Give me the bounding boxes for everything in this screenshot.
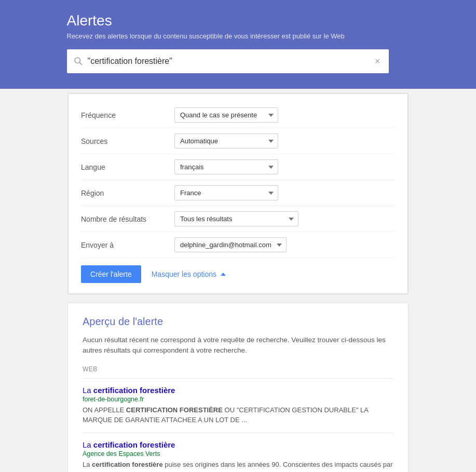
chevron-up-icon — [221, 273, 226, 276]
preview-panel: Aperçu de l'alerte Aucun résultat récent… — [67, 303, 409, 472]
sources-select[interactable]: Automatique Web Actualités Blogs — [174, 133, 278, 149]
svg-line-1 — [79, 62, 81, 64]
options-panel: Fréquence Quand le cas se présente Une f… — [68, 93, 408, 294]
result-item: La certification forestière Agence des E… — [83, 433, 393, 473]
page-body: Fréquence Quand le cas se présente Une f… — [0, 93, 476, 472]
nombre-label: Nombre de résultats — [81, 215, 174, 223]
hide-options-button[interactable]: Masquer les options — [152, 270, 226, 278]
preview-description: Aucun résultat récent ne correspond à vo… — [83, 335, 393, 356]
result-snippet: La certification forestière puise ses or… — [83, 460, 393, 473]
page-title: Alertes — [67, 12, 410, 29]
nombre-select[interactable]: Tous les résultats Uniquement les meille… — [174, 211, 298, 226]
search-icon — [73, 56, 83, 67]
options-card: Fréquence Quand le cas se présente Une f… — [67, 93, 409, 294]
result-snippet: ON APPELLE CERTIFICATION FORESTIÈRE OU "… — [83, 405, 393, 425]
result-item: La certification forestière foret-de-bou… — [83, 378, 393, 433]
nombre-row: Nombre de résultats Tous les résultats U… — [81, 206, 395, 232]
header: Alertes Recevez des alertes lorsque du c… — [0, 0, 476, 89]
langue-row: Langue français anglais allemand — [81, 154, 395, 180]
sources-row: Sources Automatique Web Actualités Blogs — [81, 128, 395, 154]
langue-select[interactable]: français anglais allemand — [174, 159, 278, 174]
actions-row: Créer l'alerte Masquer les options — [81, 258, 395, 283]
envoyer-select[interactable]: delphine_gardin@hotmail.com — [174, 237, 287, 252]
result-title[interactable]: La certification forestière — [83, 440, 393, 449]
frequence-select[interactable]: Quand le cas se présente Une fois par jo… — [174, 107, 278, 123]
search-bar: × — [67, 49, 389, 73]
create-alert-button[interactable]: Créer l'alerte — [81, 265, 141, 283]
region-label: Région — [81, 189, 174, 197]
region-select[interactable]: France Monde Belgique — [174, 185, 278, 200]
search-input[interactable] — [88, 57, 373, 66]
result-title[interactable]: La certification forestière — [83, 386, 393, 395]
frequence-label: Fréquence — [81, 111, 174, 119]
sources-label: Sources — [81, 137, 174, 145]
langue-label: Langue — [81, 163, 174, 171]
envoyer-row: Envoyer à delphine_gardin@hotmail.com — [81, 232, 395, 258]
preview-title: Aperçu de l'alerte — [83, 316, 393, 328]
region-row: Région France Monde Belgique — [81, 180, 395, 206]
envoyer-label: Envoyer à — [81, 241, 174, 249]
web-label: WEB — [83, 366, 393, 373]
frequence-row: Fréquence Quand le cas se présente Une f… — [81, 102, 395, 128]
close-icon[interactable]: × — [373, 55, 383, 68]
header-subtitle: Recevez des alertes lorsque du contenu s… — [67, 32, 410, 40]
result-url: foret-de-bourgogne.fr — [83, 396, 393, 403]
result-url: Agence des Espaces Verts — [83, 450, 393, 457]
